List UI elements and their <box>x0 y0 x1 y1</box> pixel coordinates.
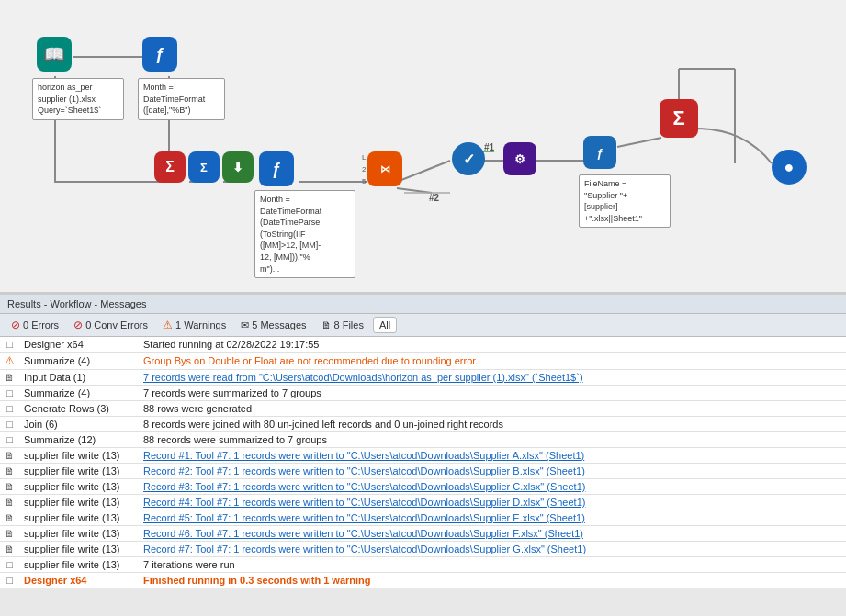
results-panel: Results - Workflow - Messages ⊘ 0 Errors… <box>0 294 846 588</box>
formula-node-4[interactable]: ƒ FileName ="Supplier "+[supplier]+".xls… <box>583 136 616 169</box>
svg-line-8 <box>397 188 432 193</box>
summarize-node-2[interactable]: Σ <box>188 151 220 183</box>
message-icon-cell: □ <box>0 417 19 432</box>
message-link[interactable]: Record #3: Tool #7: 1 records were writt… <box>143 481 585 492</box>
warn-icon: ⚠ <box>5 354 15 367</box>
tab-files[interactable]: 🗎 8 Files <box>316 318 369 332</box>
formula-node-3[interactable]: ⚙ <box>503 142 536 175</box>
message-link[interactable]: Record #7: Tool #7: 1 records were writt… <box>143 543 586 554</box>
message-source: Summarize (12) <box>19 432 139 448</box>
message-text: 7 iterations were run <box>139 557 846 573</box>
message-icon-cell: 🗎 <box>0 495 19 510</box>
join-node[interactable]: ⋈ L 2 5 <box>367 151 402 186</box>
message-source: supplier file write (13) <box>19 542 139 557</box>
app-icon: □ <box>6 434 13 445</box>
message-link[interactable]: Record #1: Tool #7: 1 records were writt… <box>143 450 584 461</box>
output-node-end[interactable]: ● <box>772 150 807 185</box>
message-link[interactable]: Record #5: Tool #7: 1 records were writt… <box>143 512 585 523</box>
files-icon: 🗎 <box>321 319 332 330</box>
message-row: □supplier file write (13)7 iterations we… <box>0 557 846 573</box>
message-link[interactable]: Record #6: Tool #7: 1 records were writt… <box>143 528 583 539</box>
tab-messages[interactable]: ✉ 5 Messages <box>235 318 311 333</box>
message-source: supplier file write (13) <box>19 557 139 573</box>
tab-all[interactable]: All <box>373 317 397 333</box>
conv-error-icon: ⊘ <box>73 319 83 331</box>
message-text[interactable]: Record #5: Tool #7: 1 records were writt… <box>139 510 846 526</box>
message-text: Group Bys on Double or Float are not rec… <box>139 353 846 370</box>
message-source: Generate Rows (3) <box>19 401 139 417</box>
app-icon: □ <box>6 339 13 350</box>
message-source: Join (6) <box>19 417 139 432</box>
message-source: Input Data (1) <box>19 370 139 386</box>
message-icon-cell: 🗎 <box>0 479 19 495</box>
message-icon-cell: 🗎 <box>0 464 19 479</box>
message-icon-cell: 🗎 <box>0 542 19 557</box>
input-node-book[interactable]: 📖 horizon as_persupplier (1).xlsxQuery=`… <box>37 37 72 72</box>
message-link[interactable]: Record #4: Tool #7: 1 records were writt… <box>143 497 585 508</box>
message-row: □Designer x64Finished running in 0.3 sec… <box>0 573 846 588</box>
message-text[interactable]: 7 records were read from "C:\Users\atcod… <box>139 370 846 386</box>
formula-node-1[interactable]: ƒ Month =DateTimeFormat([date],"%B") <box>142 37 177 72</box>
svg-line-7 <box>397 161 450 182</box>
message-text[interactable]: Record #2: Tool #7: 1 records were writt… <box>139 464 846 479</box>
tab-errors[interactable]: ⊘ 0 Errors <box>6 317 64 333</box>
file-icon: 🗎 <box>5 450 15 461</box>
message-text: 7 records were summarized to 7 groups <box>139 386 846 401</box>
message-link[interactable]: Record #2: Tool #7: 1 records were writt… <box>143 465 585 476</box>
file-icon: 🗎 <box>5 543 15 554</box>
message-text: 88 rows were generated <box>139 401 846 417</box>
tab-bar: ⊘ 0 Errors ⊘ 0 Conv Errors ⚠ 1 Warnings … <box>0 314 846 337</box>
message-table: □Designer x64Started running at 02/28/20… <box>0 337 846 588</box>
file-icon: 🗎 <box>5 481 15 492</box>
message-source: Summarize (4) <box>19 353 139 370</box>
app-icon: □ <box>6 419 13 430</box>
formula-node-2[interactable]: ƒ Month =DateTimeFormat(DateTimeParse(To… <box>259 151 294 186</box>
file-icon: 🗎 <box>5 528 15 539</box>
message-text[interactable]: Record #7: Tool #7: 1 records were writt… <box>139 542 846 557</box>
messages-container[interactable]: □Designer x64Started running at 02/28/20… <box>0 337 846 588</box>
formula-node-1-label: Month =DateTimeFormat([date],"%B") <box>138 78 225 120</box>
warning-icon: ⚠ <box>163 319 173 331</box>
message-icon: ✉ <box>241 319 249 331</box>
message-icon-cell: ⚠ <box>0 353 19 370</box>
message-row: □Summarize (4)7 records were summarized … <box>0 386 846 401</box>
message-source: supplier file write (13) <box>19 479 139 495</box>
message-link[interactable]: 7 records were read from "C:\Users\atcod… <box>143 372 583 383</box>
app-icon: □ <box>6 387 13 398</box>
formula-node-2-label: Month =DateTimeFormat(DateTimeParse(ToSt… <box>254 190 355 278</box>
message-row: 🗎supplier file write (13)Record #2: Tool… <box>0 464 846 479</box>
svg-line-11 <box>617 138 661 147</box>
message-source: supplier file write (13) <box>19 495 139 510</box>
message-row: 🗎supplier file write (13)Record #3: Tool… <box>0 479 846 495</box>
message-source: supplier file write (13) <box>19 464 139 479</box>
batch-macro-node[interactable]: Σ <box>660 99 698 138</box>
message-icon-cell: □ <box>0 386 19 401</box>
message-row: □Join (6)8 records were joined with 80 u… <box>0 417 846 432</box>
message-icon-cell: □ <box>0 401 19 417</box>
hash-1-label: #1 <box>484 142 494 152</box>
message-source: Designer x64 <box>19 337 139 353</box>
formula-node-4-label: FileName ="Supplier "+[supplier]+".xlsx|… <box>579 174 671 228</box>
error-icon: ⊘ <box>11 319 20 331</box>
message-icon-cell: □ <box>0 337 19 353</box>
message-row: 🗎supplier file write (13)Record #6: Tool… <box>0 526 846 542</box>
file-icon: 🗎 <box>5 372 15 383</box>
message-row: □Summarize (12)88 records were summarize… <box>0 432 846 448</box>
message-source: Summarize (4) <box>19 386 139 401</box>
message-row: □Generate Rows (3)88 rows were generated <box>0 401 846 417</box>
hash-2-label: #2 <box>429 193 439 203</box>
message-text[interactable]: Record #1: Tool #7: 1 records were writt… <box>139 448 846 464</box>
generate-rows-node[interactable]: ⬇ <box>222 151 254 183</box>
app-icon: □ <box>6 575 13 586</box>
summarize-node-1[interactable]: Σ <box>154 151 186 183</box>
filter-node[interactable]: ✓ <box>452 142 485 175</box>
message-text[interactable]: Record #3: Tool #7: 1 records were writt… <box>139 479 846 495</box>
message-source: Designer x64 <box>19 573 139 588</box>
tab-warnings[interactable]: ⚠ 1 Warnings <box>157 317 231 333</box>
message-row: 🗎supplier file write (13)Record #4: Tool… <box>0 495 846 510</box>
message-text[interactable]: Record #6: Tool #7: 1 records were writt… <box>139 526 846 542</box>
message-text: Finished running in 0.3 seconds with 1 w… <box>139 573 846 588</box>
file-icon: 🗎 <box>5 497 15 508</box>
tab-conv-errors[interactable]: ⊘ 0 Conv Errors <box>68 317 153 333</box>
message-text[interactable]: Record #4: Tool #7: 1 records were writt… <box>139 495 846 510</box>
